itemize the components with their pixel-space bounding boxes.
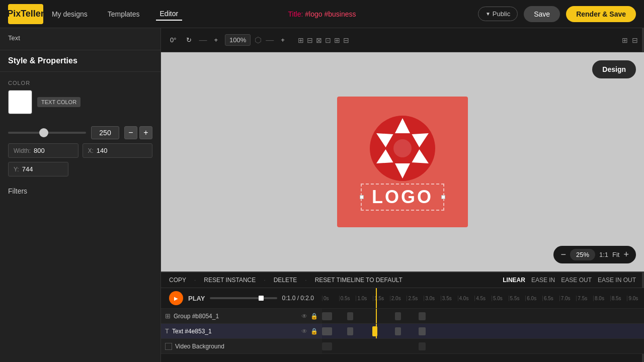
linear-button[interactable]: LINEAR xyxy=(503,277,525,284)
canvas-toolbar: 0° ↻ — + 100% ⬡ — + ⊞ ⊟ ⊠ ⊡ ⊞ ⊟ ⊞ ⊟ xyxy=(161,28,644,52)
align-center-v-icon[interactable]: ⊞ xyxy=(334,36,340,44)
y-value: 744 xyxy=(22,165,33,173)
keyframe-block-t3 xyxy=(395,327,401,335)
track-group-timeline[interactable] xyxy=(322,309,644,324)
color-row: TEXT COLOR xyxy=(8,90,152,114)
color-swatch[interactable] xyxy=(8,90,32,114)
mark-5s: 5.0s xyxy=(492,296,509,301)
size-slider[interactable] xyxy=(8,132,86,134)
play-button[interactable]: ▶ xyxy=(169,291,183,305)
size-increase-button[interactable]: + xyxy=(139,126,152,139)
save-button[interactable]: Save xyxy=(524,6,560,22)
track-text-lock[interactable]: 🔒 xyxy=(310,328,318,335)
track-video-timeline[interactable] xyxy=(322,339,644,354)
reset-timeline-action[interactable]: RESET TIMELINE TO DEFAULT xyxy=(315,277,403,284)
mark-3s: 3.0s xyxy=(424,296,441,301)
track-group-name: Group #b8054_1 xyxy=(174,313,219,320)
aperture-icon xyxy=(367,113,438,184)
public-label: Public xyxy=(493,10,510,18)
time-display: 0:1.0 / 0:2.0 xyxy=(282,295,314,302)
track-group-eye[interactable]: 👁 xyxy=(301,313,307,320)
mark-8s: 8.0s xyxy=(593,296,610,301)
timeline-scrubber[interactable] xyxy=(210,297,277,299)
text-section: Text xyxy=(0,28,160,50)
color-heading: COLOR xyxy=(8,80,152,86)
y-label: Y: xyxy=(14,166,19,173)
settings-icon[interactable]: ⊟ xyxy=(632,36,638,44)
ease-in-button[interactable]: EASE IN xyxy=(531,277,555,284)
track-video: Video Background xyxy=(161,339,644,354)
ease-out-button[interactable]: EASE OUT xyxy=(561,277,592,284)
track-text: T Text #4e853_1 👁 🔒 xyxy=(161,324,644,339)
nav-my-designs[interactable]: My designs xyxy=(48,8,92,20)
mark-35s: 3.5s xyxy=(441,296,458,301)
public-button[interactable]: ▼ Public xyxy=(478,7,518,21)
nav-editor[interactable]: Editor xyxy=(156,8,183,21)
timeline-actions: COPY · RESET INSTANCE · DELETE · RESET T… xyxy=(161,273,644,288)
render-save-button[interactable]: Render & Save xyxy=(566,6,636,22)
align-right-icon[interactable]: ⊠ xyxy=(316,36,322,44)
separator3: — xyxy=(266,36,274,45)
handle-mr[interactable] xyxy=(441,195,445,199)
zoom-fit-button[interactable]: Fit xyxy=(612,251,619,258)
center-column: 0° ↻ — + 100% ⬡ — + ⊞ ⊟ ⊠ ⊡ ⊞ ⊟ ⊞ ⊟ Desi… xyxy=(161,28,644,362)
keyframe-block-v1 xyxy=(322,342,332,350)
canvas-container[interactable]: Design xyxy=(161,52,644,272)
zoom-percentage: 100% xyxy=(225,34,251,46)
mark-7s: 7.0s xyxy=(559,296,577,301)
text-label: Text xyxy=(8,34,152,42)
playhead[interactable] xyxy=(376,288,377,308)
nav-links: My designs Templates Editor xyxy=(48,8,182,21)
color-section: COLOR TEXT COLOR xyxy=(0,72,160,122)
left-sidebar: Text Style & Properties COLOR TEXT COLOR… xyxy=(0,28,161,362)
slider-thumb[interactable] xyxy=(39,128,48,137)
reset-instance-action[interactable]: RESET INSTANCE xyxy=(204,277,256,284)
text-color-label: TEXT COLOR xyxy=(37,97,80,107)
grid-icon[interactable]: ⊞ xyxy=(622,36,628,44)
shrink-button[interactable]: + xyxy=(211,34,221,46)
playhead-group xyxy=(376,309,377,323)
x-box: X: 140 xyxy=(83,143,153,158)
ease-in-out-button[interactable]: EASE IN OUT xyxy=(598,277,636,284)
align-top-icon[interactable]: ⊡ xyxy=(325,36,331,44)
separator1: — xyxy=(199,36,207,45)
zoom-plus-button[interactable]: + xyxy=(278,34,288,46)
align-bottom-icon[interactable]: ⊟ xyxy=(343,36,349,44)
track-video-checkbox[interactable] xyxy=(165,343,172,350)
mark-9s: 9.0s xyxy=(627,296,644,301)
copy-action[interactable]: COPY xyxy=(169,277,186,284)
logo[interactable]: PixTeller xyxy=(8,4,43,24)
group-icon: ⊞ xyxy=(165,312,171,320)
logo-text-container[interactable]: LOGO xyxy=(361,184,444,211)
mark-75s: 7.5s xyxy=(576,296,593,301)
track-group-label: ⊞ Group #b8054_1 👁 🔒 xyxy=(161,309,322,324)
keyframe-block-t4 xyxy=(419,327,426,335)
track-text-name: Text #4e853_1 xyxy=(172,328,212,335)
design-button[interactable]: Design xyxy=(592,60,636,78)
timeline: COPY · RESET INSTANCE · DELETE · RESET T… xyxy=(161,272,644,362)
size-input[interactable]: 250 xyxy=(91,126,119,139)
nav-templates[interactable]: Templates xyxy=(104,8,144,20)
track-group-lock[interactable]: 🔒 xyxy=(310,313,318,320)
handle-ml[interactable] xyxy=(360,195,364,199)
filters-section: Filters xyxy=(0,180,160,202)
dims-row: Width: 800 X: 140 xyxy=(0,143,160,162)
mark-45s: 4.5s xyxy=(474,296,492,301)
delete-action[interactable]: DELETE xyxy=(274,277,297,284)
zoom-out-button[interactable]: − xyxy=(560,249,566,260)
zoom-in-button[interactable]: + xyxy=(623,249,629,260)
size-decrease-button[interactable]: − xyxy=(124,126,137,139)
align-left-icon[interactable]: ⊞ xyxy=(298,36,304,44)
mark-2s: 2.0s xyxy=(390,296,407,301)
timeline-player-row: ▶ PLAY 0:1.0 / 0:2.0 0s 0.5s 1.0s 1.5s 2… xyxy=(161,288,644,309)
mark-85s: 8.5s xyxy=(610,296,627,301)
track-text-timeline[interactable] xyxy=(322,324,644,339)
rotate-button[interactable]: ↻ xyxy=(183,34,195,46)
track-text-eye[interactable]: 👁 xyxy=(301,328,307,335)
canvas-card[interactable]: LOGO xyxy=(337,97,468,227)
mark-0s: 0s xyxy=(322,296,339,301)
timeline-player: ▶ PLAY 0:1.0 / 0:2.0 xyxy=(161,288,322,309)
zoom-controls: − 25% 1:1 Fit + xyxy=(553,246,636,263)
align-center-h-icon[interactable]: ⊟ xyxy=(307,36,313,44)
playhead-text xyxy=(376,324,377,338)
